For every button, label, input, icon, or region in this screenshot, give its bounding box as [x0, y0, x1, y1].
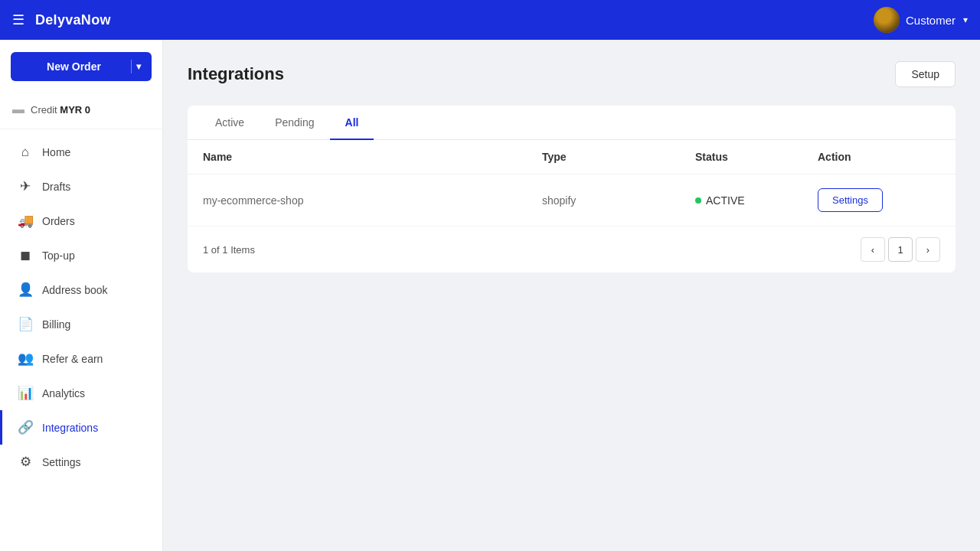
sidebar-item-address-book[interactable]: 👤 Address book — [0, 272, 162, 307]
sidebar-label-integrations: Integrations — [42, 422, 98, 434]
credit-label: Credit — [31, 104, 57, 116]
sidebar: New Order ▾ ▬ Credit MYR 0 ⌂ Home ✈ Draf… — [0, 40, 163, 551]
settings-icon: ⚙ — [18, 454, 33, 470]
avatar-image — [874, 7, 900, 33]
status-active-badge: ACTIVE — [695, 194, 818, 207]
row-status: ACTIVE — [695, 194, 818, 207]
pagination-controls: ‹ 1 › — [861, 237, 940, 262]
setup-button[interactable]: Setup — [895, 61, 956, 87]
tab-pending[interactable]: Pending — [260, 106, 329, 139]
sidebar-item-settings[interactable]: ⚙ Settings — [0, 445, 162, 479]
tab-all[interactable]: All — [330, 106, 374, 139]
sidebar-item-refer-earn[interactable]: 👥 Refer & earn — [0, 341, 162, 376]
status-text: ACTIVE — [706, 194, 745, 207]
sidebar-item-top-up[interactable]: ◼ Top-up — [0, 238, 162, 272]
sidebar-label-home: Home — [42, 146, 70, 158]
credit-currency: MYR — [60, 104, 82, 116]
next-page-button[interactable]: › — [916, 237, 940, 262]
credit-amount: 0 — [85, 104, 90, 116]
sidebar-label-address-book: Address book — [42, 284, 108, 296]
hamburger-icon[interactable]: ☰ — [12, 11, 24, 28]
analytics-icon: 📊 — [18, 385, 33, 401]
table-header: Name Type Status Action — [188, 140, 956, 174]
refer-earn-icon: 👥 — [18, 350, 33, 367]
main-layout: New Order ▾ ▬ Credit MYR 0 ⌂ Home ✈ Draf… — [0, 40, 980, 551]
avatar[interactable] — [874, 7, 900, 33]
page-header: Integrations Setup — [188, 61, 956, 87]
sidebar-item-home[interactable]: ⌂ Home — [0, 135, 162, 169]
integrations-icon: 🔗 — [18, 419, 33, 435]
top-up-icon: ◼ — [18, 247, 33, 263]
col-action: Action — [818, 151, 940, 163]
chevron-down-icon[interactable]: ▾ — [963, 15, 968, 25]
drafts-icon: ✈ — [18, 178, 33, 194]
orders-icon: 🚚 — [18, 213, 33, 229]
sidebar-label-refer-earn: Refer & earn — [42, 353, 103, 365]
sidebar-label-drafts: Drafts — [42, 181, 70, 193]
new-order-button[interactable]: New Order ▾ — [11, 52, 152, 81]
credit-text: Credit MYR 0 — [31, 104, 90, 116]
prev-page-button[interactable]: ‹ — [861, 237, 885, 262]
tab-bar: Active Pending All — [188, 106, 956, 140]
home-icon: ⌂ — [18, 145, 33, 160]
sidebar-item-orders[interactable]: 🚚 Orders — [0, 204, 162, 238]
row-type: shopify — [542, 194, 695, 207]
row-action: Settings — [818, 188, 940, 212]
sidebar-item-analytics[interactable]: 📊 Analytics — [0, 376, 162, 410]
col-type: Type — [542, 151, 695, 163]
sidebar-item-billing[interactable]: 📄 Billing — [0, 307, 162, 341]
status-dot-icon — [695, 197, 701, 204]
address-book-icon: 👤 — [18, 282, 33, 298]
row-settings-button[interactable]: Settings — [818, 188, 883, 212]
pagination-info: 1 of 1 Items — [203, 244, 255, 256]
sidebar-label-billing: Billing — [42, 318, 70, 331]
customer-name-label: Customer — [906, 14, 956, 27]
current-page-button[interactable]: 1 — [888, 237, 913, 262]
sidebar-item-drafts[interactable]: ✈ Drafts — [0, 169, 162, 204]
col-status: Status — [695, 151, 818, 163]
new-order-chevron-icon: ▾ — [136, 61, 141, 72]
sidebar-label-settings: Settings — [42, 456, 81, 468]
new-order-label: New Order — [21, 60, 126, 73]
billing-icon: 📄 — [18, 316, 33, 332]
col-name: Name — [203, 151, 542, 163]
integrations-card: Active Pending All Name Type Status Acti… — [188, 106, 956, 272]
sidebar-item-integrations[interactable]: 🔗 Integrations — [0, 410, 162, 445]
top-navbar: ☰ DelyvaNow Customer ▾ — [0, 0, 980, 40]
page-title: Integrations — [188, 64, 284, 84]
sidebar-nav: ⌂ Home ✈ Drafts 🚚 Orders ◼ Top-up 👤 Addr… — [0, 135, 162, 479]
sidebar-label-top-up: Top-up — [42, 249, 75, 262]
app-logo: DelyvaNow — [35, 12, 111, 28]
sidebar-label-analytics: Analytics — [42, 387, 85, 399]
sidebar-label-orders: Orders — [42, 215, 75, 227]
credit-card-icon: ▬ — [12, 103, 24, 116]
table-row: my-ecommerce-shop shopify ACTIVE Setting… — [188, 174, 956, 227]
tab-active[interactable]: Active — [200, 106, 260, 139]
pagination-row: 1 of 1 Items ‹ 1 › — [188, 227, 956, 272]
button-divider — [131, 60, 132, 73]
credit-section: ▬ Credit MYR 0 — [0, 96, 162, 129]
main-content: Integrations Setup Active Pending All Na… — [163, 40, 980, 551]
row-name: my-ecommerce-shop — [203, 194, 542, 207]
